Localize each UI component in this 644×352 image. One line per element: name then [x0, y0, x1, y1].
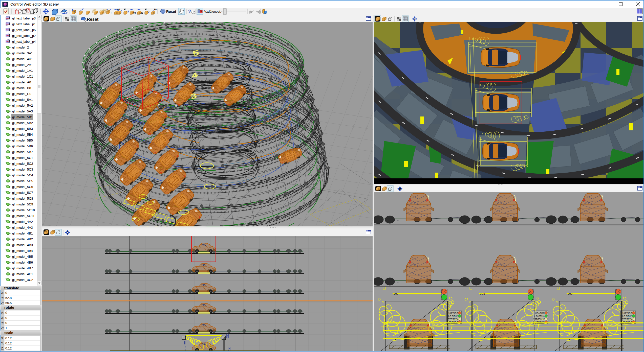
svg-text:gl_model_5A3: gl_model_5A3 [12, 109, 33, 113]
svg-text:gl_model_5B2: gl_model_5B2 [12, 121, 33, 125]
svg-text:gl_model_5C5: gl_model_5C5 [12, 179, 33, 183]
svg-text:90: 90 [117, 8, 120, 11]
svg-text:X:: X: [1, 291, 4, 295]
svg-text:gl_model_5B1: gl_model_5B1 [12, 115, 33, 119]
svg-text:gl_model_2A1: gl_model_2A1 [12, 63, 33, 67]
svg-text:gl_model_5A1: gl_model_5A1 [12, 98, 33, 102]
svg-text:translate: translate [4, 286, 19, 290]
svg-text:gl_text_label_p1: gl_text_label_p1 [12, 22, 36, 26]
svg-text:gl_model_1C1: gl_model_1C1 [12, 75, 33, 78]
svg-text:gl_model_1A1: gl_model_1A1 [12, 69, 33, 73]
svg-text:gl_text_label_p3: gl_text_label_p3 [12, 16, 36, 20]
svg-text:gl_model_5C9: gl_model_5C9 [12, 202, 33, 206]
svg-text:90: 90 [141, 12, 143, 14]
svg-text:gl_model_4B2: gl_model_4B2 [12, 237, 33, 241]
svg-text:SMS: SMS [567, 293, 572, 295]
svg-text:AUTO O.K: AUTO O.K [621, 315, 632, 317]
svg-text:AUTO O.K: AUTO O.K [447, 315, 458, 317]
svg-text:56.5: 56.5 [5, 301, 12, 305]
svg-text:Z:: Z: [1, 326, 4, 330]
svg-text:gl_model_4B7: gl_model_4B7 [12, 266, 33, 270]
svg-text:gl_model_4B6: gl_model_4B6 [12, 261, 33, 264]
svg-text:gl_model_4A2: gl_model_4A2 [12, 220, 33, 224]
svg-text:gl_model_C0: gl_model_C0 [12, 92, 31, 96]
svg-text:scale: scale [4, 331, 13, 335]
svg-text:90: 90 [154, 8, 157, 11]
svg-text:X:: X: [1, 336, 4, 340]
svg-text:DOZADU: DOZADU [535, 312, 545, 314]
svg-text:gl_text_label_p4: gl_text_label_p4 [12, 40, 36, 43]
svg-text:gl_model_4C2: gl_model_4C2 [12, 278, 33, 282]
svg-text:gl_model_4B3: gl_model_4B3 [12, 243, 33, 247]
svg-text:gl_model_4B5: gl_model_4B5 [12, 255, 33, 259]
svg-text:gl_model_5C3: gl_model_5C3 [12, 168, 33, 171]
svg-text:gl_text_label_p5: gl_text_label_p5 [12, 28, 36, 32]
svg-text:0: 0 [5, 316, 7, 320]
svg-text:gl_model_5B3: gl_model_5B3 [12, 127, 33, 131]
svg-text:rotate: rotate [4, 306, 14, 310]
svg-text:gl_model_5C6: gl_model_5C6 [12, 185, 33, 189]
svg-text:gl_model_5B5: gl_model_5B5 [12, 138, 33, 142]
svg-text:Z:: Z: [1, 301, 4, 305]
svg-text:DOZADU: DOZADU [622, 312, 632, 314]
svg-text:90: 90 [133, 12, 136, 14]
svg-text:gl_model_4A3: gl_model_4A3 [12, 226, 33, 229]
svg-text:DOZADU: DOZADU [448, 312, 458, 314]
svg-text:gl_model_4B4: gl_model_4B4 [12, 249, 33, 253]
svg-text:0: 0 [5, 321, 7, 325]
svg-text:Y:: Y: [1, 321, 4, 325]
svg-text:gl_model_5C7: gl_model_5C7 [12, 191, 33, 195]
svg-text:A:: A: [1, 311, 4, 315]
svg-text:gl_model_4A1: gl_model_4A1 [12, 57, 33, 61]
svg-text:SMS: SMS [480, 293, 485, 295]
svg-text:52.8: 52.8 [5, 296, 12, 300]
svg-text:gl_model_2: gl_model_2 [12, 45, 29, 49]
svg-text:gl_model_5B6: gl_model_5B6 [12, 144, 33, 148]
svg-text:0: 0 [5, 311, 7, 315]
svg-text:gl_model_5B7: gl_model_5B7 [12, 150, 33, 154]
svg-text:gl_model_5C2: gl_model_5C2 [12, 162, 33, 166]
svg-text:Y:: Y: [1, 341, 4, 345]
svg-text:SMS: SMS [393, 293, 398, 295]
svg-text:0: 0 [5, 291, 7, 295]
svg-text:1: 1 [5, 326, 7, 330]
svg-text:gl_model_3A1: gl_model_3A1 [12, 51, 33, 55]
svg-text:AUTO O.K: AUTO O.K [534, 315, 545, 317]
svg-text:Y:: Y: [1, 296, 4, 300]
svg-text:gl_model_5C1: gl_model_5C1 [12, 156, 33, 160]
svg-text:?: ? [188, 9, 191, 14]
svg-text:Z:: Z: [1, 346, 4, 350]
svg-text:gl_model_A0: gl_model_A0 [12, 80, 31, 84]
svg-text:0.12: 0.12 [5, 346, 12, 350]
svg-text:gl_model_B0: gl_model_B0 [12, 86, 31, 90]
svg-text:gl_model_5C10: gl_model_5C10 [12, 208, 35, 212]
svg-text:gl_model_5B4: gl_model_5B4 [12, 133, 33, 136]
svg-text:gl_model_4B1: gl_model_4B1 [12, 231, 33, 235]
svg-text:90: 90 [145, 8, 147, 11]
svg-text:gl_model_5C11: gl_model_5C11 [12, 214, 35, 218]
svg-text:gl_text_label_p2: gl_text_label_p2 [12, 34, 36, 38]
svg-text:Vzdálenost:: Vzdálenost: [204, 10, 221, 13]
svg-text:c: c [111, 11, 112, 14]
svg-text:0.12: 0.12 [5, 336, 12, 340]
svg-text:gl_model_5C4: gl_model_5C4 [12, 173, 33, 177]
svg-text:gl_model_4C1: gl_model_4C1 [12, 272, 33, 276]
svg-text:gl_model_5C8: gl_model_5C8 [12, 197, 33, 200]
svg-text:90: 90 [124, 8, 126, 11]
svg-text:X:: X: [1, 316, 4, 320]
svg-text:Reset: Reset [166, 10, 176, 14]
svg-text:gl_model_5A2: gl_model_5A2 [12, 104, 33, 107]
svg-text:0.12: 0.12 [5, 341, 12, 345]
